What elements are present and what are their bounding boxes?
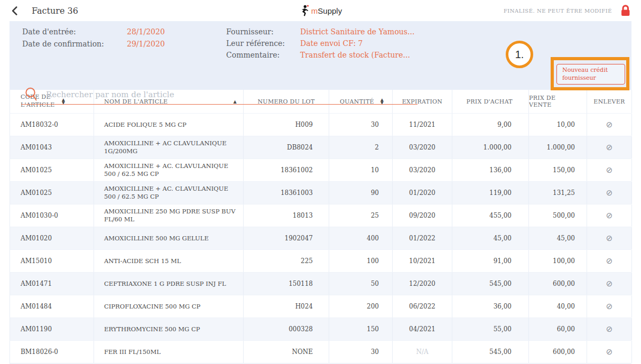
- cell-exp: 01/2020: [393, 182, 452, 204]
- cell-remove: ⊘: [587, 182, 632, 204]
- cell-qty: 90: [329, 182, 393, 204]
- cell-exp: 12/2020: [393, 273, 452, 295]
- cell-sell: 500,00: [529, 204, 587, 227]
- remove-icon[interactable]: ⊘: [606, 211, 613, 220]
- cell-qty: 150: [329, 318, 393, 340]
- cell-lot: 150118: [244, 273, 329, 295]
- table-row[interactable]: AM18032-0ACIDE FOLIQUE 5 MG CPH0093011/2…: [10, 113, 631, 136]
- cell-sell: 1.000,00: [529, 136, 587, 158]
- cell-exp: 03/2020: [393, 136, 452, 158]
- cell-exp: 10/2021: [393, 250, 452, 272]
- remove-icon[interactable]: ⊘: [606, 256, 613, 266]
- cell-remove: ⊘: [587, 204, 632, 227]
- table-row[interactable]: AM01020AMOXICILLINE 500 MG GELULE1902047…: [10, 227, 631, 249]
- cell-remove: ⊘: [587, 136, 632, 158]
- column-header-label: PRIX DE VENTE: [529, 95, 576, 108]
- finalised-status-text: FINALISÉ. NE PEUT ÊTRE MODIFIÉ: [504, 8, 612, 14]
- cell-sell: 150,00: [529, 159, 587, 181]
- confirm-date-label: Date de confirmation:: [22, 40, 127, 48]
- column-header-label: PRIX D'ACHAT: [467, 98, 513, 105]
- cell-lot: H009: [244, 114, 329, 136]
- runner-icon: [299, 5, 310, 17]
- remove-icon[interactable]: ⊘: [606, 165, 613, 175]
- cell-name: AMOXICILLINE 500 MG GELULE: [94, 227, 244, 249]
- page-title: Facture 36: [32, 6, 78, 16]
- cell-name: ACIDE FOLIQUE 5 MG CP: [94, 114, 244, 136]
- chevron-left-icon: [12, 6, 17, 15]
- cell-sell: 131,25: [529, 182, 587, 204]
- table-row[interactable]: AM01043AMOXICILLINE + AC CLAVULANIQUE 1G…: [10, 136, 631, 158]
- cell-sell: 40,00: [529, 295, 587, 318]
- table-row[interactable]: AM01471CEFTRIAXONE 1 G PDRE SUSP INJ FL1…: [10, 272, 631, 295]
- cell-code: AM15010: [10, 250, 94, 272]
- new-supplier-credit-button[interactable]: Nouveau crédit fournisseur: [556, 64, 625, 85]
- cell-name: ERYTHROMYCINE 500 MG CP: [94, 318, 244, 340]
- entry-date-label: Date d'entrée:: [22, 27, 127, 36]
- cell-sell: 60,00: [529, 318, 587, 340]
- cell-name: ANTI-ACIDE SCH 15 ML: [94, 250, 244, 272]
- cell-name: CIPROFLOXACINE 500 MG CP: [94, 295, 244, 318]
- cell-buy: 136,00: [452, 159, 529, 181]
- cell-name: FER III FL/150ML: [94, 341, 244, 363]
- cell-remove: ⊘: [587, 273, 632, 295]
- cell-sell: 600,00: [529, 273, 587, 295]
- logo-m: m: [311, 6, 318, 15]
- cell-exp: 06/2022: [393, 295, 452, 318]
- invoice-items-table: CODE DE L'ARTICLE▲▼NOM DE L'ARTICLE▲NUME…: [10, 90, 631, 364]
- comment-label: Commentaire:: [226, 51, 300, 59]
- cell-qty: 200: [329, 295, 393, 318]
- remove-icon[interactable]: ⊘: [606, 279, 613, 288]
- reference-value[interactable]: Date envoi CF: 7: [300, 39, 414, 48]
- cell-sell: 10,00: [529, 114, 587, 136]
- cell-buy: 455,00: [452, 204, 529, 227]
- cell-qty: 100: [329, 250, 393, 272]
- remove-icon[interactable]: ⊘: [606, 143, 613, 152]
- cell-buy: 55,00: [452, 318, 529, 340]
- comment-value[interactable]: Transfert de stock (Facture...: [300, 51, 414, 59]
- cell-code: BM18026-0: [10, 341, 94, 363]
- dates-block: Date d'entrée: 28/1/2020 Date de confirm…: [22, 27, 165, 48]
- remove-icon[interactable]: ⊘: [606, 234, 613, 243]
- table-row[interactable]: AM01484CIPROFLOXACINE 500 MG CPH02420006…: [10, 295, 631, 318]
- cell-code: AM01471: [10, 273, 94, 295]
- column-header-label: ENLEVER: [593, 98, 625, 105]
- lock-icon[interactable]: [619, 4, 631, 17]
- search-input[interactable]: [46, 90, 417, 99]
- msupply-logo: mSupply: [299, 5, 342, 17]
- table-row[interactable]: BM18026-0FER III FL/150MLNONE30N/A545,00…: [10, 340, 631, 363]
- cell-qty: 30: [329, 341, 393, 363]
- cell-lot: 18361003: [244, 182, 329, 204]
- table-row[interactable]: AM15010ANTI-ACIDE SCH 15 ML22510010/2021…: [10, 249, 631, 272]
- cell-lot: DB8024: [244, 136, 329, 158]
- cell-remove: ⊘: [587, 159, 632, 181]
- remove-icon[interactable]: ⊘: [606, 347, 613, 357]
- remove-icon[interactable]: ⊘: [606, 120, 613, 129]
- cell-lot: 225: [244, 250, 329, 272]
- back-button[interactable]: [7, 4, 21, 17]
- remove-icon[interactable]: ⊘: [606, 188, 613, 198]
- table-row[interactable]: AM01190ERYTHROMYCINE 500 MG CP0003281500…: [10, 318, 631, 340]
- annotation-step-badge: 1.: [506, 41, 533, 68]
- cell-name: AMOXICILLINE + AC. CLAVULANIQUE 500 / 62…: [94, 182, 244, 204]
- table-row[interactable]: AM01025AMOXICILLINE + AC. CLAVULANIQUE 5…: [10, 181, 631, 204]
- cell-remove: ⊘: [587, 295, 632, 318]
- cell-exp: 09/2020: [393, 204, 452, 227]
- cell-code: AM01025: [10, 182, 94, 204]
- cell-buy: 9,00: [452, 114, 529, 136]
- cell-exp: 11/2021: [393, 114, 452, 136]
- cell-exp: 01/2022: [393, 227, 452, 249]
- table-row[interactable]: AM01030-0AMOXICILLINE 250 MG PDRE SUSP B…: [10, 204, 631, 227]
- cell-remove: ⊘: [587, 341, 632, 363]
- top-bar: Facture 36 mSupply FINALISÉ. NE PEUT ÊTR…: [0, 0, 641, 21]
- remove-icon[interactable]: ⊘: [606, 324, 613, 334]
- cell-lot: 000328: [244, 318, 329, 340]
- logo-supply: Supply: [318, 6, 342, 15]
- cell-qty: 50: [329, 273, 393, 295]
- cell-exp: N/A: [393, 341, 452, 363]
- msupply-invoice-screen: Facture 36 mSupply FINALISÉ. NE PEUT ÊTR…: [0, 0, 641, 364]
- table-row[interactable]: AM01025AMOXICILLINE + AC. CLAVULANIQUE 5…: [10, 158, 631, 181]
- remove-icon[interactable]: ⊘: [606, 302, 613, 311]
- search-bar: [21, 86, 417, 105]
- supplier-value[interactable]: District Sanitaire de Yamous...: [300, 27, 414, 36]
- cell-exp: 04/2021: [393, 318, 452, 340]
